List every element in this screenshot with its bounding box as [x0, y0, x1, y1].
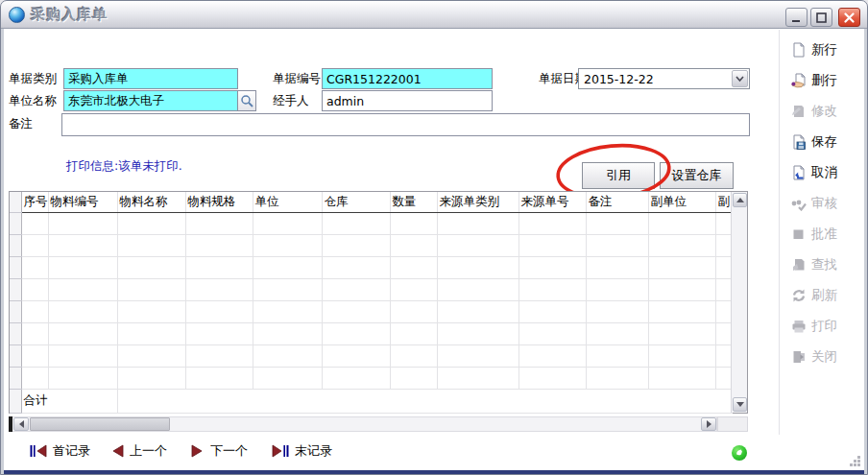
table-cell[interactable]	[715, 367, 732, 389]
table-cell[interactable]	[48, 344, 117, 367]
table-row[interactable]	[10, 367, 732, 389]
table-cell[interactable]	[518, 344, 586, 367]
col-item-spec[interactable]: 物料规格	[185, 192, 253, 212]
table-cell[interactable]	[48, 322, 117, 344]
hscroll-thumb[interactable]	[30, 417, 170, 431]
table-cell[interactable]	[518, 300, 586, 322]
doc-date-combobox[interactable]: 2015-12-22	[578, 68, 750, 89]
table-cell[interactable]	[322, 278, 390, 300]
table-cell[interactable]	[648, 300, 715, 322]
find-button[interactable]: 查找	[791, 252, 863, 277]
table-cell[interactable]	[437, 278, 518, 300]
table-cell[interactable]	[648, 234, 715, 256]
table-cell[interactable]	[253, 256, 322, 278]
table-cell[interactable]	[390, 300, 437, 322]
table-cell[interactable]	[48, 212, 117, 234]
table-cell[interactable]	[322, 367, 390, 389]
close-window-button[interactable]: 关闭	[791, 344, 863, 369]
table-cell[interactable]	[185, 278, 253, 300]
table-cell[interactable]	[48, 256, 117, 278]
table-cell[interactable]	[715, 212, 732, 234]
row-selector[interactable]	[10, 367, 21, 389]
table-cell[interactable]	[715, 278, 732, 300]
table-cell[interactable]	[518, 234, 586, 256]
row-selector[interactable]	[10, 234, 21, 256]
cancel-button[interactable]: 取消	[791, 160, 863, 185]
table-cell[interactable]	[437, 300, 518, 322]
table-cell[interactable]	[117, 300, 185, 322]
table-cell[interactable]	[715, 256, 732, 278]
table-cell[interactable]	[390, 256, 437, 278]
table-cell[interactable]	[322, 322, 390, 344]
handler-input[interactable]	[322, 90, 493, 111]
next-record-button[interactable]: 下一个	[191, 442, 248, 460]
remark-input[interactable]	[61, 113, 750, 136]
table-cell[interactable]	[648, 344, 715, 367]
table-cell[interactable]	[437, 367, 518, 389]
col-item-name[interactable]: 物料名称	[117, 192, 185, 212]
table-cell[interactable]	[253, 212, 322, 234]
table-cell[interactable]	[586, 212, 648, 234]
maximize-button[interactable]	[810, 8, 832, 27]
reference-button[interactable]: 引用	[582, 162, 655, 189]
new-row-button[interactable]: 新行	[791, 37, 863, 62]
table-cell[interactable]	[185, 322, 253, 344]
table-cell[interactable]	[117, 256, 185, 278]
unit-lookup-button[interactable]	[238, 90, 256, 111]
table-cell[interactable]	[648, 256, 715, 278]
row-selector[interactable]	[10, 344, 21, 367]
table-cell[interactable]	[518, 278, 586, 300]
row-selector[interactable]	[10, 322, 21, 344]
print-button[interactable]: 打印	[791, 314, 863, 339]
table-cell[interactable]	[185, 256, 253, 278]
table-cell[interactable]	[437, 234, 518, 256]
table-cell[interactable]	[715, 322, 732, 344]
table-cell[interactable]	[21, 212, 48, 234]
approve-button[interactable]: 批准	[791, 222, 863, 247]
horizontal-scrollbar[interactable]	[9, 416, 717, 432]
table-cell[interactable]	[185, 212, 253, 234]
save-button[interactable]: 保存	[791, 130, 863, 154]
table-cell[interactable]	[21, 256, 48, 278]
row-selector[interactable]	[10, 212, 21, 234]
table-cell[interactable]	[185, 234, 253, 256]
table-cell[interactable]	[715, 344, 732, 367]
col-seq[interactable]: 序号	[21, 192, 48, 212]
audit-button[interactable]: 审核	[791, 191, 863, 216]
table-cell[interactable]	[715, 234, 732, 256]
table-cell[interactable]	[185, 367, 253, 389]
table-cell[interactable]	[117, 344, 185, 367]
col-sub-unit[interactable]: 副单位	[648, 192, 715, 212]
table-cell[interactable]	[253, 234, 322, 256]
table-cell[interactable]	[21, 300, 48, 322]
row-selector[interactable]	[10, 256, 21, 278]
table-cell[interactable]	[715, 300, 732, 322]
table-cell[interactable]	[117, 322, 185, 344]
col-sub-qty-cut[interactable]: 副	[715, 192, 732, 212]
table-cell[interactable]	[21, 234, 48, 256]
table-cell[interactable]	[390, 344, 437, 367]
table-cell[interactable]	[253, 367, 322, 389]
table-cell[interactable]	[586, 344, 648, 367]
table-cell[interactable]	[390, 322, 437, 344]
table-cell[interactable]	[390, 234, 437, 256]
scroll-right-button[interactable]	[701, 417, 716, 431]
table-cell[interactable]	[648, 278, 715, 300]
table-cell[interactable]	[322, 300, 390, 322]
table-cell[interactable]	[437, 322, 518, 344]
table-cell[interactable]	[518, 212, 586, 234]
doc-type-input[interactable]	[63, 68, 238, 89]
doc-date-dropdown-button[interactable]	[732, 70, 748, 87]
table-cell[interactable]	[390, 367, 437, 389]
scroll-left-button[interactable]	[13, 417, 29, 431]
table-cell[interactable]	[185, 300, 253, 322]
set-warehouse-button[interactable]: 设置仓库	[660, 162, 734, 189]
title-bar[interactable]: 采购入库单	[1, 1, 867, 29]
table-row[interactable]	[10, 322, 732, 344]
table-cell[interactable]	[117, 278, 185, 300]
close-button[interactable]	[838, 8, 860, 27]
table-cell[interactable]	[322, 234, 390, 256]
table-cell[interactable]	[48, 278, 117, 300]
table-cell[interactable]	[117, 367, 185, 389]
col-source-type[interactable]: 来源单类别	[437, 192, 518, 212]
